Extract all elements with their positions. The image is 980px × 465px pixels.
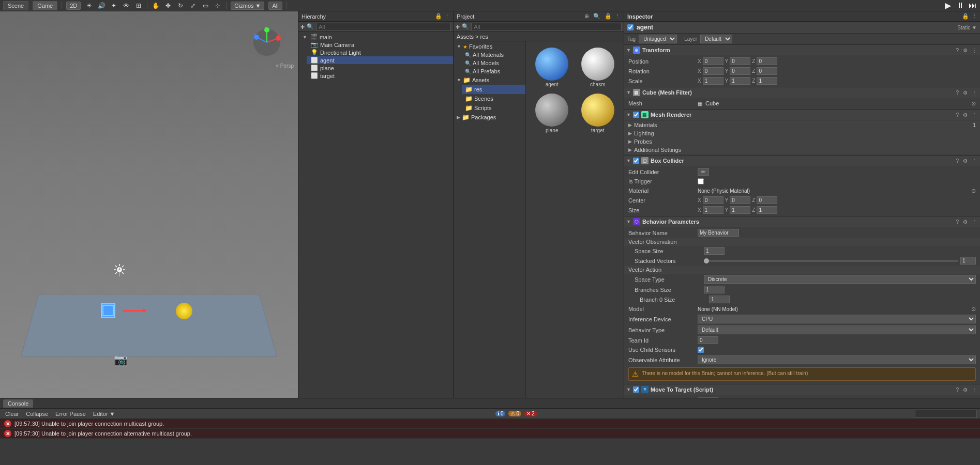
size-z[interactable] <box>757 206 777 214</box>
gizmos-btn[interactable]: Gizmos ▼ <box>231 2 264 10</box>
rect-tool[interactable]: ▭ <box>201 2 209 10</box>
box-collider-menu-btn[interactable]: ⋮ <box>971 158 978 164</box>
mtt-settings-btn[interactable]: ⚙ <box>962 387 969 393</box>
tree-scripts[interactable]: 📁 Scripts <box>462 103 525 113</box>
materials-sub-header[interactable]: ▶ Materials 1 <box>624 121 980 129</box>
team-id-input[interactable] <box>698 336 718 344</box>
effects-icon[interactable]: ✦ <box>110 2 118 10</box>
project-menu-btn[interactable]: ⋮ <box>615 13 621 20</box>
hier-item-target[interactable]: ⬜ target <box>307 72 453 80</box>
hand-tool[interactable]: ✋ <box>152 2 160 10</box>
mtt-menu-btn[interactable]: ⋮ <box>971 387 978 393</box>
hierarchy-lock-btn[interactable]: 🔒 <box>435 13 442 20</box>
lighting-sub-header[interactable]: ▶ Lighting <box>624 129 980 137</box>
hier-item-camera[interactable]: 📷 Main Camera <box>307 41 453 49</box>
tree-assets[interactable]: ▼ 📁 Assets <box>454 75 525 85</box>
grid-icon[interactable]: ⊞ <box>134 2 143 10</box>
observable-attr-select[interactable]: Ignore ExcludeInherited EstimateIgnored <box>698 355 976 364</box>
rotation-y[interactable] <box>730 67 750 75</box>
transform-header[interactable]: ▼ ⊕ Transform ? ⚙ ⋮ <box>624 45 980 55</box>
behavior-params-header[interactable]: ▼ ⬡ Behavior Parameters ? ⚙ ⋮ <box>624 216 980 227</box>
lighting-icon[interactable]: ☀ <box>85 2 93 10</box>
transform-settings-btn[interactable]: ⚙ <box>962 48 969 53</box>
all-btn[interactable]: All <box>268 2 282 10</box>
mesh-filter-menu-btn[interactable]: ⋮ <box>971 90 978 96</box>
object-enabled-checkbox[interactable] <box>627 24 634 30</box>
error-pause-btn[interactable]: Error Pause <box>53 411 88 417</box>
console-search-input[interactable] <box>915 410 977 418</box>
scale-z[interactable] <box>757 77 777 85</box>
move-to-target-header[interactable]: ▼ # Move To Target (Script) ? ⚙ ⋮ <box>624 384 980 395</box>
scale-x[interactable] <box>703 77 723 85</box>
branch0-size-input[interactable] <box>709 296 730 303</box>
project-search-input[interactable] <box>471 23 622 31</box>
hier-item-main[interactable]: ▼ 🎬 main <box>298 33 453 41</box>
hier-item-agent[interactable]: ⬜ agent <box>307 56 453 64</box>
collapse-btn[interactable]: Collapse <box>24 411 50 417</box>
branches-size-input[interactable] <box>704 286 725 293</box>
mesh-filter-help-btn[interactable]: ? <box>955 90 960 96</box>
collider-material-pick-btn[interactable]: ⊙ <box>971 188 976 194</box>
size-x[interactable] <box>703 206 723 214</box>
inspector-lock-btn[interactable]: 🔒 <box>962 13 969 20</box>
mesh-renderer-enabled[interactable] <box>633 112 639 118</box>
layer-select[interactable]: Default <box>700 35 732 43</box>
mesh-pick-btn[interactable]: ⊙ <box>971 100 976 107</box>
position-y[interactable] <box>730 57 750 65</box>
center-x[interactable] <box>703 196 723 204</box>
editor-btn[interactable]: Editor ▼ <box>91 411 117 417</box>
console-tab[interactable]: Console <box>3 399 33 408</box>
transform-tool[interactable]: ⊹ <box>214 2 222 10</box>
move-tool[interactable]: ✥ <box>164 2 172 10</box>
view2d-btn[interactable]: 2D <box>66 2 81 10</box>
console-log-2[interactable]: ✕ [09:57:30] Unable to join player conne… <box>0 429 980 439</box>
hierarchy-search-input[interactable] <box>316 23 451 31</box>
additional-settings-sub-header[interactable]: ▶ Additional Settings <box>624 146 980 154</box>
scene-viewport[interactable]: 📷 X Y <box>0 11 298 398</box>
asset-target[interactable]: target <box>576 91 620 135</box>
hier-item-light[interactable]: 💡 Directional Light <box>307 49 453 56</box>
tree-all-models[interactable]: 🔍 All Models <box>462 59 525 67</box>
mesh-filter-header[interactable]: ▼ ▦ Cube (Mesh Filter) ? ⚙ ⋮ <box>624 87 980 98</box>
mesh-renderer-settings-btn[interactable]: ⚙ <box>962 112 969 118</box>
tree-favorites[interactable]: ▼ ★ Favorites <box>454 42 525 51</box>
tree-packages[interactable]: ▶ 📁 Packages <box>454 113 525 122</box>
inspector-menu-btn[interactable]: ⋮ <box>971 13 977 20</box>
asset-agent[interactable]: agent <box>530 45 574 89</box>
project-add-btn[interactable]: + <box>456 23 460 31</box>
tree-all-materials[interactable]: 🔍 All Materials <box>462 51 525 59</box>
audio-icon[interactable]: 🔊 <box>97 2 105 10</box>
behavior-help-btn[interactable]: ? <box>955 219 960 225</box>
asset-chasm[interactable]: chasm <box>576 45 620 89</box>
rotation-z[interactable] <box>757 67 777 75</box>
clear-btn[interactable]: Clear <box>3 411 21 417</box>
mesh-renderer-header[interactable]: ▼ ▦ Mesh Renderer ? ⚙ ⋮ <box>624 110 980 120</box>
behavior-name-input[interactable] <box>698 229 739 237</box>
model-pick-btn[interactable]: ⊙ <box>971 306 976 313</box>
scene-tab[interactable]: Scene <box>3 1 28 10</box>
box-collider-help-btn[interactable]: ? <box>955 158 960 164</box>
tree-scenes[interactable]: 📁 Scenes <box>462 94 525 103</box>
space-size-input[interactable] <box>704 247 725 255</box>
inference-device-select[interactable]: CPU GPU <box>698 315 976 323</box>
mesh-renderer-menu-btn[interactable]: ⋮ <box>971 112 978 118</box>
behavior-menu-btn[interactable]: ⋮ <box>971 219 978 225</box>
rotate-tool[interactable]: ↻ <box>176 2 185 10</box>
box-collider-enabled[interactable] <box>633 158 639 164</box>
hidden-icon[interactable]: 👁 <box>122 2 130 10</box>
move-to-target-enabled[interactable] <box>633 386 639 393</box>
behavior-settings-btn[interactable]: ⚙ <box>962 219 969 225</box>
probes-sub-header[interactable]: ▶ Probes <box>624 137 980 146</box>
size-y[interactable] <box>730 206 750 214</box>
hierarchy-add-btn[interactable]: + <box>300 23 305 31</box>
stacked-vectors-slider[interactable] <box>704 260 958 262</box>
edit-collider-btn[interactable]: ✏ <box>698 168 709 176</box>
is-trigger-checkbox[interactable] <box>698 178 704 184</box>
stacked-vectors-input[interactable] <box>960 257 976 265</box>
game-tab[interactable]: Game <box>33 1 57 10</box>
scale-y[interactable] <box>730 77 750 85</box>
use-child-sensors-checkbox[interactable] <box>698 347 704 353</box>
rotation-x[interactable] <box>703 67 723 75</box>
step-btn[interactable]: ⏭ <box>969 2 977 10</box>
center-y[interactable] <box>730 196 750 204</box>
